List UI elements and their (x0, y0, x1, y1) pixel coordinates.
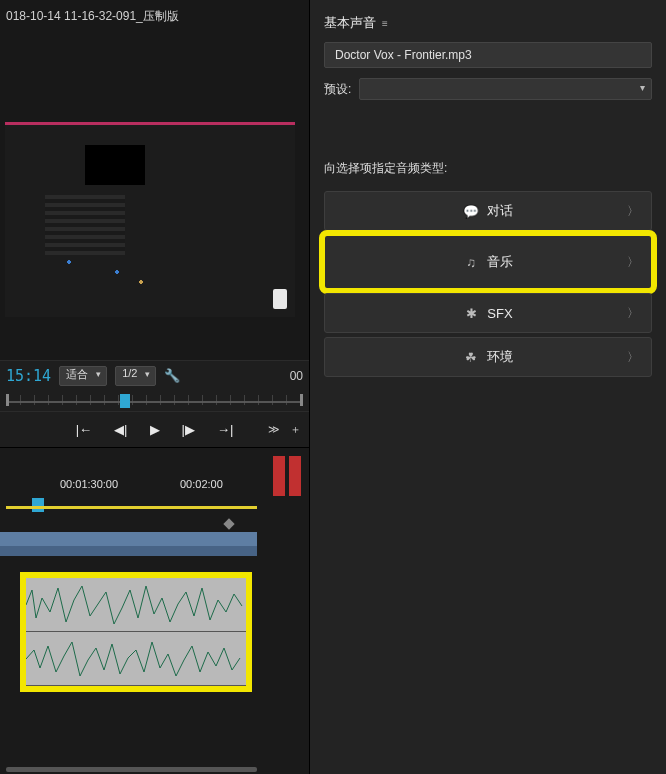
video-preview[interactable] (5, 122, 295, 317)
type-button-ambience[interactable]: ☘ 环境 〉 (324, 337, 652, 377)
left-panel: 018-10-14 11-16-32-091_压制版 ≡ 15:14 适合 1/… (0, 0, 310, 774)
ruler-time-1: 00:01:30:00 (60, 478, 118, 490)
transport-controls: |← ◀| ▶ |▶ →| ≫ ＋ (0, 412, 309, 448)
step-back-button[interactable]: ◀| (114, 422, 127, 437)
essential-sound-panel: 基本声音 ≡ Doctor Vox - Frontier.mp3 预设: 向选择… (310, 0, 666, 774)
preset-row: 预设: (324, 78, 652, 100)
audio-waveform-left (26, 578, 246, 632)
go-to-in-button[interactable]: |← (76, 422, 92, 437)
selected-filename: Doctor Vox - Frontier.mp3 (324, 42, 652, 68)
wrench-icon[interactable]: 🔧 (164, 368, 180, 383)
ruler-time-2: 00:02:00 (180, 478, 223, 490)
resolution-dropdown[interactable]: 1/2 (115, 366, 156, 386)
panel-title-row: 基本声音 ≡ (324, 14, 652, 32)
audio-meter (273, 456, 301, 496)
type-label: 音乐 (487, 253, 513, 271)
horizontal-scrollbar[interactable] (6, 767, 257, 772)
panel-title: 基本声音 (324, 14, 376, 32)
ambience-icon: ☘ (463, 350, 479, 365)
type-label: 环境 (487, 348, 513, 366)
more-icon[interactable]: ≫ (268, 423, 280, 436)
zoom-fit-dropdown[interactable]: 适合 (59, 366, 107, 386)
dialogue-icon: 💬 (463, 204, 479, 219)
video-track-clip[interactable] (0, 532, 257, 556)
type-button-sfx[interactable]: ✱ SFX 〉 (324, 293, 652, 333)
panel-menu-icon[interactable]: ≡ (155, 8, 161, 19)
chevron-right-icon: 〉 (627, 349, 639, 366)
right-timecode: 00 (290, 369, 303, 383)
current-timecode[interactable]: 15:14 (6, 367, 51, 385)
sfx-icon: ✱ (463, 306, 479, 321)
timeline-playhead[interactable] (32, 498, 44, 512)
timeline-panel: 00:01:30:00 00:02:00 (0, 448, 309, 774)
monitor-ruler[interactable] (0, 390, 309, 412)
preset-dropdown[interactable] (359, 78, 652, 100)
type-button-music[interactable]: ♫ 音乐 〉 (324, 235, 652, 289)
timecode-row: 15:14 适合 1/2 🔧 00 (0, 360, 309, 390)
monitor-playhead[interactable] (120, 394, 130, 408)
chevron-right-icon: 〉 (627, 203, 639, 220)
monitor-clip-title: 018-10-14 11-16-32-091_压制版 (6, 8, 179, 25)
type-button-dialogue[interactable]: 💬 对话 〉 (324, 191, 652, 231)
audio-clip-selected[interactable] (20, 572, 252, 692)
type-label: 对话 (487, 202, 513, 220)
preset-label: 预设: (324, 81, 351, 98)
chevron-right-icon: 〉 (627, 254, 639, 271)
chevron-right-icon: 〉 (627, 305, 639, 322)
work-area-bar[interactable] (6, 506, 257, 509)
assign-label: 向选择项指定音频类型: (324, 160, 652, 177)
panel-menu-icon[interactable]: ≡ (382, 18, 388, 29)
program-monitor: 018-10-14 11-16-32-091_压制版 ≡ (0, 0, 309, 360)
type-label: SFX (487, 306, 512, 321)
add-button-icon[interactable]: ＋ (290, 422, 301, 437)
music-icon: ♫ (463, 255, 479, 270)
step-forward-button[interactable]: |▶ (182, 422, 195, 437)
audio-waveform-right (26, 632, 246, 686)
play-button[interactable]: ▶ (150, 422, 160, 437)
go-to-out-button[interactable]: →| (217, 422, 233, 437)
marker-diamond[interactable] (223, 518, 234, 529)
